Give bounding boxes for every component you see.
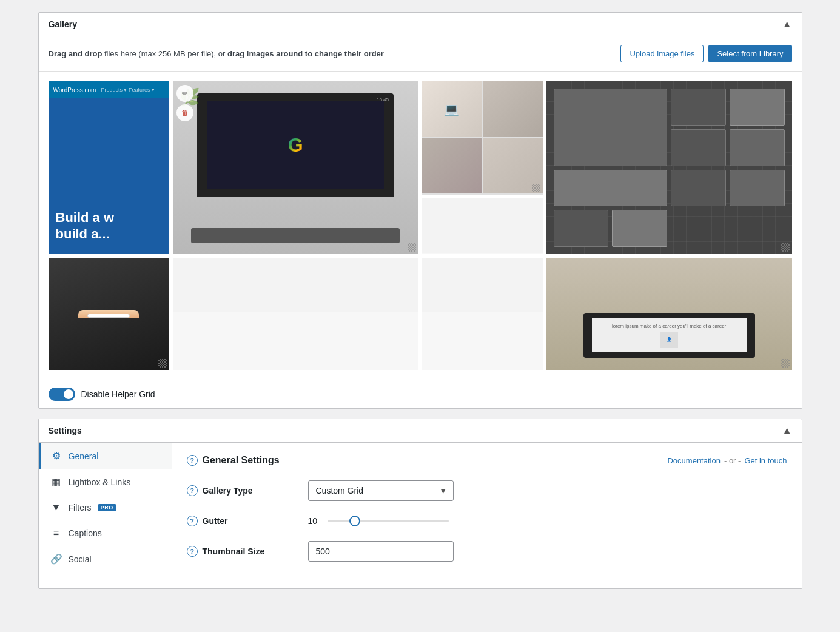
pro-badge-filters: PRO (98, 504, 116, 511)
keyboard-sim (191, 228, 400, 243)
gutter-value-display: 10 (308, 516, 320, 526)
gear-icon: ⚙ (50, 450, 62, 462)
sidebar-label-lightbox: Lightbox & Links (69, 477, 131, 487)
sidebar-item-filters[interactable]: ▼ Filters PRO (39, 495, 172, 520)
wp-logo-bar: WordPress.com Products ▾ Features ▾ (49, 81, 169, 98)
upload-image-button[interactable]: Upload image files (620, 45, 704, 62)
gallery-image-2[interactable]: 16:45 G 🌿 ✏ 🗑 (173, 81, 418, 254)
expand-icon-6 (158, 359, 167, 368)
thumbnail-size-control (308, 541, 787, 562)
expand-icon-3 (532, 184, 540, 192)
gallery-type-control: Custom Grid Masonry Mosaic Slideshow Til… (308, 480, 787, 501)
phone-screen (87, 314, 130, 318)
settings-content: ⚙ General ▦ Lightbox & Links ▼ Filters P… (39, 443, 802, 588)
gallery-image-4[interactable] (546, 81, 792, 254)
settings-main-title: ? General Settings (187, 455, 280, 466)
sidebar-label-filters: Filters (69, 503, 92, 513)
gallery-image-6[interactable] (49, 258, 169, 370)
general-settings-help-icon[interactable]: ? (187, 455, 198, 466)
page-wrapper: Gallery ▲ Drag and drop files here (max … (38, 12, 802, 589)
helper-grid-bar: Disable Helper Grid (39, 380, 802, 408)
helper-grid-label: Disable Helper Grid (81, 389, 155, 399)
expand-icon-4 (781, 243, 790, 252)
gutter-control: 10 (308, 516, 787, 526)
captions-icon: ≡ (50, 528, 62, 539)
settings-main: ? General Settings Documentation - or - … (172, 443, 802, 588)
gallery-image-8[interactable] (422, 258, 543, 370)
link-separator: - or - (724, 456, 741, 465)
expand-icon-9 (781, 359, 790, 368)
gutter-slider[interactable] (328, 520, 449, 522)
documentation-link[interactable]: Documentation (667, 456, 720, 465)
settings-panel-header: Settings ▲ (39, 419, 802, 443)
delete-button-image-2[interactable]: 🗑 (176, 104, 193, 121)
gallery-type-label: ? Gallery Type (187, 485, 308, 496)
thumbnail-size-input[interactable] (308, 541, 454, 562)
sidebar-label-social: Social (69, 554, 92, 564)
gallery-panel: Gallery ▲ Drag and drop files here (max … (38, 12, 802, 409)
settings-panel: Settings ▲ ⚙ General ▦ Lightbox & Links … (38, 419, 802, 589)
gallery-panel-title: Gallery (49, 19, 77, 29)
settings-panel-title: Settings (49, 426, 82, 435)
sidebar-item-general[interactable]: ⚙ General (39, 443, 172, 469)
expand-icon-2 (408, 243, 416, 252)
get-in-touch-link[interactable]: Get in touch (744, 456, 787, 465)
gutter-row: ? Gutter 10 (187, 516, 787, 526)
gallery-image-7[interactable] (173, 258, 418, 370)
gutter-control-wrapper: 10 (308, 516, 787, 526)
laptop-screen: lorem ipsum make of a career you'll make… (592, 318, 747, 352)
gallery-type-label-text: Gallery Type (203, 486, 253, 496)
helper-grid-toggle[interactable] (49, 388, 75, 401)
wp-build-text: Build a wbuild a... (56, 210, 162, 242)
thumbnail-size-row: ? Thumbnail Size (187, 541, 787, 562)
gallery-image-9[interactable]: lorem ipsum make of a career you'll make… (546, 258, 792, 370)
sidebar-label-captions: Captions (69, 528, 102, 538)
sidebar-item-captions[interactable]: ≡ Captions (39, 520, 172, 546)
gallery-type-select[interactable]: Custom Grid Masonry Mosaic Slideshow Til… (308, 480, 454, 501)
gutter-label-text: Gutter (203, 516, 228, 526)
gutter-help-icon[interactable]: ? (187, 516, 198, 526)
image-grid: WordPress.com Products ▾ Features ▾ Buil… (49, 81, 792, 370)
thumbnail-label-text: Thumbnail Size (203, 546, 265, 556)
thumbnail-size-label: ? Thumbnail Size (187, 546, 308, 557)
gallery-type-help-icon[interactable]: ? (187, 485, 198, 496)
gutter-label: ? Gutter (187, 516, 308, 526)
gallery-collapse-icon[interactable]: ▲ (782, 19, 792, 30)
image-grid-container: WordPress.com Products ▾ Features ▾ Buil… (39, 72, 802, 380)
sidebar-label-general: General (69, 451, 99, 461)
select-from-library-button[interactable]: Select from Library (708, 45, 791, 62)
thumbnail-help-icon[interactable]: ? (187, 546, 198, 557)
settings-main-header: ? General Settings Documentation - or - … (187, 455, 787, 466)
drag-text: Drag and drop files here (max 256 MB per… (49, 49, 384, 58)
edit-button-image-2[interactable]: ✏ (176, 85, 193, 102)
settings-collapse-icon[interactable]: ▲ (782, 425, 792, 436)
sidebar-item-social[interactable]: 🔗 Social (39, 546, 172, 572)
gallery-image-5[interactable] (422, 198, 543, 254)
gallery-type-select-wrapper: Custom Grid Masonry Mosaic Slideshow Til… (308, 480, 454, 501)
gallery-panel-header: Gallery ▲ (39, 13, 802, 36)
settings-sidebar: ⚙ General ▦ Lightbox & Links ▼ Filters P… (39, 443, 172, 588)
drag-text-bold1: Drag and drop (49, 49, 102, 58)
gallery-top-bar: Drag and drop files here (max 256 MB per… (39, 36, 802, 72)
laptop-shelf: lorem ipsum make of a career you'll make… (583, 313, 755, 358)
gallery-image-1[interactable]: WordPress.com Products ▾ Features ▾ Buil… (49, 81, 169, 254)
filter-icon: ▼ (50, 502, 62, 513)
drag-text-middle: files here (max 256 MB per file), or (102, 49, 227, 58)
sidebar-item-lightbox[interactable]: ▦ Lightbox & Links (39, 469, 172, 495)
phone-hand (78, 310, 139, 318)
gallery-image-3[interactable]: 💻 (422, 81, 543, 195)
social-icon: 🔗 (50, 553, 62, 565)
image-2-actions: ✏ 🗑 (176, 85, 193, 121)
lightbox-icon: ▦ (50, 476, 62, 488)
google-icon: G (288, 134, 303, 156)
settings-header-links: Documentation - or - Get in touch (667, 456, 787, 465)
drag-text-bold2: drag images around to change their order (227, 49, 384, 58)
gallery-type-row: ? Gallery Type Custom Grid Masonry Mosai… (187, 480, 787, 501)
general-settings-title: General Settings (203, 455, 280, 466)
gallery-action-buttons: Upload image files Select from Library (620, 45, 791, 62)
